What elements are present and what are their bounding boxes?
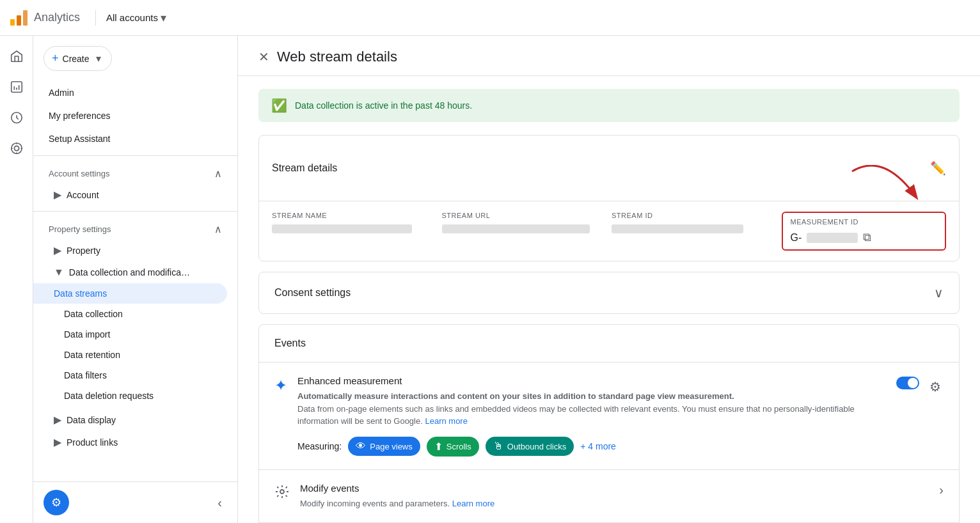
stream-url-value: [442, 224, 590, 233]
modify-events-content: Modify events Modify incoming events and…: [300, 483, 494, 510]
enhanced-measurement-settings-icon[interactable]: ⚙: [927, 377, 944, 397]
sidebar-item-admin[interactable]: Admin: [33, 81, 237, 104]
left-nav: [0, 36, 33, 523]
data-collection-header-label: Data collection and modifica…: [69, 267, 190, 277]
sidebar-divider-2: [33, 211, 237, 212]
stream-id-col: STREAM ID: [612, 212, 777, 251]
alert-message: Data collection is active in the past 48…: [295, 100, 472, 111]
app-logo: Analytics: [10, 10, 90, 26]
measurement-id-value: G- ⧉: [791, 231, 938, 244]
sidebar-item-data-collection[interactable]: Data collection: [33, 304, 237, 324]
consent-settings-header[interactable]: Consent settings ∨: [259, 272, 959, 313]
stream-details-header-right: ✏️: [839, 146, 946, 191]
stream-table: STREAM NAME STREAM URL STREAM ID: [259, 201, 959, 261]
account-selector[interactable]: All accounts ▾: [101, 7, 171, 29]
measuring-label: Measuring:: [297, 441, 342, 451]
svg-point-2: [11, 143, 22, 154]
create-label: Create: [63, 54, 90, 64]
sidebar-collapse-button[interactable]: ‹: [212, 490, 227, 515]
alert-banner: ✅ Data collection is active in the past …: [258, 89, 960, 122]
consent-settings-card: Consent settings ∨: [258, 272, 960, 314]
sidebar-item-data-filters[interactable]: Data filters: [33, 365, 237, 386]
page-title: Web stream details: [277, 49, 397, 65]
modify-events-chevron-icon: ›: [939, 483, 944, 497]
stream-details-title: Stream details: [272, 162, 337, 174]
enhanced-measurement-item: ✦ Enhanced measurement Automatically mea…: [259, 362, 959, 469]
chip-page-views[interactable]: 👁 Page views: [348, 437, 420, 456]
reports-icon[interactable]: [4, 74, 29, 100]
sidebar-item-setup[interactable]: Setup Assistant: [33, 127, 237, 150]
chip-outbound-clicks-label: Outbound clicks: [507, 442, 567, 451]
events-title: Events: [274, 338, 306, 348]
property-settings-collapse-icon: ∧: [214, 223, 222, 235]
enhanced-main: Enhanced measurement Automatically measu…: [297, 375, 896, 457]
data-display-expand-icon: ▶: [54, 414, 61, 426]
enhanced-desc-text: Data from on-page elements such as links…: [297, 404, 855, 426]
modify-events-learn-more[interactable]: Learn more: [452, 499, 494, 508]
enhanced-desc-bold: Automatically measure interactions and c…: [297, 391, 734, 401]
enhanced-measurement-toggle[interactable]: [896, 377, 919, 389]
modify-events-desc-text: Modify incoming events and parameters.: [300, 499, 450, 508]
data-display-label: Data display: [67, 415, 116, 425]
close-button[interactable]: ✕: [258, 49, 269, 65]
create-button[interactable]: + Create ▾: [43, 46, 112, 71]
page-header: ✕ Web stream details: [238, 36, 980, 76]
account-name: All accounts: [106, 12, 158, 23]
sidebar-item-data-streams[interactable]: Data streams: [33, 283, 227, 304]
highlight-arrow: [846, 165, 929, 210]
settings-button[interactable]: ⚙: [43, 490, 69, 515]
more-chips-link[interactable]: + 4 more: [580, 441, 616, 451]
logo-icon: [10, 10, 28, 26]
account-expand-icon: ▶: [54, 189, 61, 201]
stream-name-col: STREAM NAME: [272, 212, 437, 251]
chip-scrolls[interactable]: ⬆ Scrolls: [427, 437, 479, 457]
events-card-header: Events: [259, 325, 959, 362]
property-settings-label: Property settings: [49, 224, 111, 234]
sidebar-item-data-retention[interactable]: Data retention: [33, 345, 237, 365]
chip-scrolls-label: Scrolls: [447, 442, 471, 451]
modify-events-title: Modify events: [300, 483, 494, 494]
stream-name-value: [272, 224, 412, 233]
sidebar-item-data-import[interactable]: Data import: [33, 324, 237, 345]
sidebar-item-data-display[interactable]: ▶ Data display: [33, 409, 237, 431]
modify-events-item[interactable]: Modify events Modify incoming events and…: [259, 469, 959, 523]
account-chevron-icon: ▾: [161, 11, 166, 25]
advertising-icon[interactable]: [4, 136, 29, 161]
enhanced-measurement-content: Enhanced measurement Automatically measu…: [297, 375, 944, 457]
chip-outbound-clicks[interactable]: 🖱 Outbound clicks: [486, 437, 574, 456]
copy-icon[interactable]: ⧉: [863, 231, 871, 244]
account-label: Account: [67, 190, 99, 200]
account-settings-header[interactable]: Account settings ∧: [33, 161, 237, 183]
property-expand-icon: ▶: [54, 244, 61, 256]
property-settings-header[interactable]: Property settings ∧: [33, 217, 237, 239]
chip-page-views-label: Page views: [370, 442, 412, 451]
enhanced-learn-more-link[interactable]: Learn more: [425, 416, 467, 426]
explore-icon[interactable]: [4, 105, 29, 130]
toggle-thumb: [908, 378, 918, 388]
stream-details-card: Stream details ✏️: [258, 135, 960, 262]
sidebar-item-data-collection-header[interactable]: ▼ Data collection and modifica…: [33, 262, 237, 283]
sidebar-item-preferences[interactable]: My preferences: [33, 104, 237, 127]
svg-rect-0: [11, 82, 22, 93]
sidebar: + Create ▾ Admin My preferences Setup As…: [33, 36, 238, 523]
home-icon[interactable]: [4, 43, 29, 69]
stream-url-col: STREAM URL: [442, 212, 607, 251]
enhanced-right: ⚙: [896, 375, 944, 397]
sidebar-divider-1: [33, 155, 237, 156]
sidebar-item-data-deletion[interactable]: Data deletion requests: [33, 386, 237, 406]
edit-icon[interactable]: ✏️: [930, 160, 946, 176]
sidebar-item-product-links[interactable]: ▶ Product links: [33, 431, 237, 453]
product-links-expand-icon: ▶: [54, 436, 61, 448]
topbar-divider: [95, 10, 96, 26]
sidebar-item-account[interactable]: ▶ Account: [33, 183, 237, 206]
consent-chevron-down-icon: ∨: [934, 285, 944, 301]
main-layout: + Create ▾ Admin My preferences Setup As…: [0, 36, 980, 523]
measurement-id-col: MEASUREMENT ID G- ⧉: [782, 212, 947, 251]
logo-bar-2: [17, 15, 21, 26]
modify-events-left: Modify events Modify incoming events and…: [274, 483, 494, 510]
events-card: Events ✦ Enhanced measurement Automatica…: [258, 324, 960, 523]
topbar: Analytics All accounts ▾: [0, 0, 980, 36]
sidebar-item-property[interactable]: ▶ Property: [33, 239, 237, 262]
content-area: ✕ Web stream details ✅ Data collection i…: [238, 36, 980, 523]
enhanced-measurement-title: Enhanced measurement: [297, 375, 896, 386]
